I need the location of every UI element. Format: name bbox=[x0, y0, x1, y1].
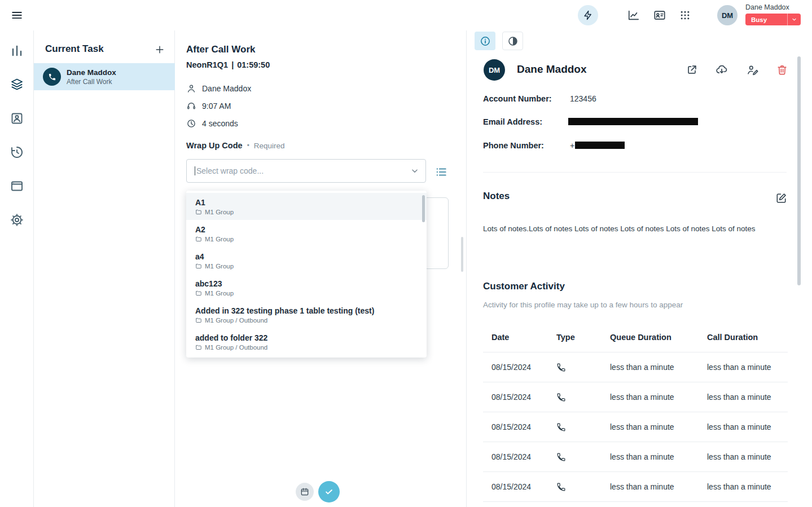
queue-list-icon bbox=[435, 166, 447, 178]
account-number-value: 123456 bbox=[570, 94, 596, 103]
download-icon bbox=[716, 64, 728, 76]
table-row[interactable]: 08/15/2024 less than a minute less than … bbox=[483, 472, 788, 502]
wrap-code-option[interactable]: added to folder 322 M1 Group / Outbound bbox=[186, 328, 427, 355]
wrap-up-code-row: Wrap Up Code • Required bbox=[186, 141, 285, 150]
option-label: added to folder 322 bbox=[195, 333, 418, 342]
required-label: Required bbox=[254, 142, 285, 150]
schedule-commitment-button[interactable] bbox=[296, 483, 314, 501]
wrap-code-option[interactable]: abc123 M1 Group bbox=[186, 274, 427, 301]
wrap-code-list-button[interactable] bbox=[433, 164, 449, 180]
contacts-button[interactable] bbox=[652, 7, 668, 23]
rail-item-settings[interactable] bbox=[6, 209, 28, 231]
row-date: 08/15/2024 bbox=[483, 482, 556, 491]
table-row[interactable]: 08/15/2024 less than a minute less than … bbox=[483, 382, 788, 412]
user-initials: DM bbox=[722, 11, 733, 20]
notes-text: Lots of notes.Lots of notes Lots of note… bbox=[483, 223, 782, 235]
hamburger-menu-icon bbox=[11, 9, 23, 21]
row-type bbox=[556, 482, 610, 492]
edit-contact-button[interactable] bbox=[746, 63, 760, 77]
row-queue-duration: less than a minute bbox=[610, 393, 707, 402]
row-queue-duration: less than a minute bbox=[610, 422, 707, 431]
user-avatar[interactable]: DM bbox=[717, 5, 738, 25]
wrap-code-option[interactable]: A1 M1 Group bbox=[186, 193, 427, 220]
tab-customer-info[interactable] bbox=[475, 32, 495, 50]
wrap-code-option[interactable]: a4 M1 Group bbox=[186, 247, 427, 274]
email-redacted-value bbox=[568, 118, 698, 125]
customer-avatar: DM bbox=[484, 59, 505, 81]
wrap-code-option[interactable]: A2 M1 Group bbox=[186, 220, 427, 247]
wrap-code-option[interactable]: Added in 322 testing phase 1 table testi… bbox=[186, 301, 427, 328]
option-group: M1 Group bbox=[195, 209, 418, 215]
delete-contact-button[interactable] bbox=[775, 63, 789, 77]
header-call-duration: Call Duration bbox=[707, 333, 788, 342]
hamburger-menu-button[interactable] bbox=[9, 7, 25, 23]
history-icon bbox=[10, 146, 24, 159]
folder-icon bbox=[195, 209, 202, 215]
option-label: abc123 bbox=[195, 279, 418, 288]
row-queue-duration: less than a minute bbox=[610, 363, 707, 372]
section-divider bbox=[483, 172, 787, 173]
select-chevron[interactable] bbox=[410, 166, 420, 176]
download-profile-button[interactable] bbox=[715, 63, 728, 77]
rail-item-history[interactable] bbox=[6, 141, 28, 164]
task-list-item[interactable]: Dane Maddox After Call Work bbox=[34, 63, 175, 90]
edit-contact-icon bbox=[747, 64, 759, 76]
wrap-code-select[interactable]: Select wrap code... bbox=[186, 159, 426, 183]
row-call-duration: less than a minute bbox=[707, 363, 788, 372]
phone-value: + bbox=[570, 141, 625, 150]
acw-title: After Call Work bbox=[186, 44, 256, 55]
table-row[interactable]: 08/15/2024 less than a minute less than … bbox=[483, 352, 788, 382]
option-group-label: M1 Group bbox=[205, 236, 234, 243]
rail-item-tasks[interactable] bbox=[6, 73, 28, 96]
quick-actions-button[interactable] bbox=[578, 5, 598, 25]
complete-acw-button[interactable] bbox=[318, 481, 340, 502]
customer-activity-hint: Activity for this profile may take up to… bbox=[483, 301, 683, 309]
current-task-panel: Current Task Dane Maddox After Call Work bbox=[34, 30, 175, 507]
folder-icon bbox=[195, 344, 202, 351]
option-group: M1 Group / Outbound bbox=[195, 344, 418, 351]
option-group: M1 Group bbox=[195, 263, 418, 270]
row-queue-duration: less than a minute bbox=[610, 482, 707, 491]
profile-scrollbar[interactable] bbox=[797, 56, 801, 285]
add-task-button[interactable] bbox=[152, 42, 167, 57]
table-row[interactable]: 08/15/2024 less than a minute less than … bbox=[483, 412, 788, 442]
option-group-label: M1 Group bbox=[205, 209, 234, 215]
dropdown-scrollbar[interactable] bbox=[422, 195, 425, 222]
rail-item-directory[interactable] bbox=[6, 107, 28, 130]
skill-name: NeonR1Q1 bbox=[186, 60, 228, 69]
account-number-label: Account Number: bbox=[483, 94, 552, 103]
analytics-button[interactable] bbox=[626, 7, 642, 23]
open-external-icon bbox=[686, 64, 698, 76]
phone-icon bbox=[556, 422, 566, 432]
phone-icon bbox=[556, 393, 566, 402]
agent-status-dropdown[interactable]: Busy bbox=[745, 14, 801, 25]
activity-table-header: Date Type Queue Duration Call Duration bbox=[483, 322, 788, 352]
rail-item-browser[interactable] bbox=[6, 175, 28, 197]
headset-icon bbox=[186, 101, 196, 111]
folder-icon bbox=[195, 290, 202, 297]
status-chevron bbox=[787, 14, 801, 25]
option-group: M1 Group bbox=[195, 290, 418, 297]
option-label: a4 bbox=[195, 252, 418, 261]
option-label: A2 bbox=[195, 225, 418, 234]
info-icon bbox=[480, 36, 491, 47]
table-row[interactable]: 08/15/2024 less than a minute less than … bbox=[483, 442, 788, 472]
acw-timer: 01:59:50 bbox=[237, 60, 270, 69]
panel-scrollbar[interactable] bbox=[461, 237, 463, 272]
customer-name: Dane Maddox bbox=[517, 63, 587, 76]
open-profile-button[interactable] bbox=[685, 63, 699, 77]
bar-chart-icon bbox=[10, 44, 24, 58]
person-icon bbox=[186, 83, 196, 94]
tab-compare[interactable] bbox=[502, 32, 523, 50]
chevron-down-icon bbox=[410, 166, 420, 176]
option-group-label: M1 Group bbox=[205, 263, 234, 270]
dialpad-button[interactable] bbox=[677, 7, 693, 23]
phone-icon bbox=[556, 452, 566, 462]
start-time-row: 9:07 AM bbox=[186, 100, 231, 112]
edit-notes-button[interactable] bbox=[775, 192, 787, 204]
phone-redacted-value bbox=[575, 142, 625, 149]
row-call-duration: less than a minute bbox=[707, 482, 788, 491]
phone-icon bbox=[556, 482, 566, 492]
rail-item-dashboard[interactable] bbox=[6, 39, 28, 62]
option-group: M1 Group bbox=[195, 236, 418, 243]
